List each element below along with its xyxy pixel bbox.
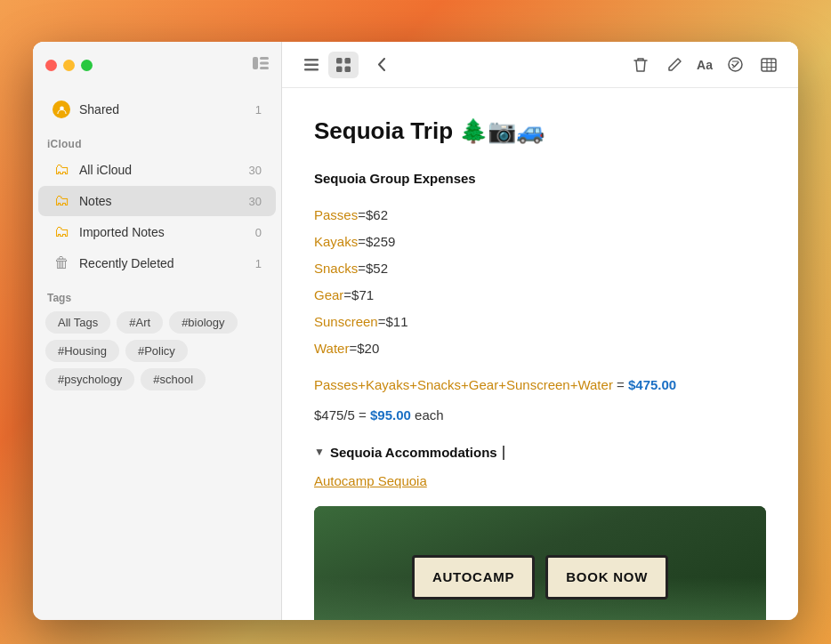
checklist-button[interactable] bbox=[720, 52, 750, 78]
expense-sunscreen: Sunscreen=$11 bbox=[314, 309, 766, 335]
per-person-formula: $475/5 = bbox=[314, 407, 367, 423]
water-link[interactable]: Water bbox=[314, 341, 349, 356]
font-button[interactable]: Aa bbox=[693, 52, 716, 78]
toolbar: Aa bbox=[282, 42, 798, 88]
expense-gear: Gear=$71 bbox=[314, 282, 766, 309]
tags-section: Tags All Tags #Art #biology #Housing #Po… bbox=[33, 279, 281, 401]
traffic-lights bbox=[45, 60, 93, 71]
table-button[interactable] bbox=[754, 52, 784, 78]
svg-rect-6 bbox=[304, 63, 319, 66]
grid-view-button[interactable] bbox=[328, 52, 359, 78]
note-title: Sequoia Trip 🌲📷🚙 bbox=[314, 113, 766, 150]
delete-button[interactable] bbox=[625, 52, 656, 78]
svg-rect-8 bbox=[336, 58, 343, 64]
font-label: Aa bbox=[697, 58, 713, 72]
title-bar bbox=[33, 42, 281, 88]
tag-school[interactable]: #school bbox=[141, 368, 206, 390]
all-icloud-label: All iCloud bbox=[79, 163, 240, 177]
svg-rect-2 bbox=[260, 62, 269, 65]
section2-header: ▼ Sequoia Accommodations bbox=[314, 442, 766, 463]
minimize-button[interactable] bbox=[63, 60, 75, 71]
folder-icon: 🗂 bbox=[52, 161, 70, 179]
sidebar-item-all-icloud[interactable]: 🗂 All iCloud 30 bbox=[38, 155, 276, 185]
svg-rect-0 bbox=[253, 57, 258, 69]
tags-header: Tags bbox=[42, 283, 272, 311]
shared-count: 1 bbox=[255, 103, 262, 117]
total-equals-text: = bbox=[617, 377, 628, 392]
total-formula: Passes+Kayaks+Snacks+Gear+Sunscreen+Wate… bbox=[314, 377, 613, 392]
svg-rect-5 bbox=[304, 59, 319, 61]
tag-art[interactable]: #Art bbox=[117, 311, 163, 334]
total-amount: $475.00 bbox=[628, 377, 676, 392]
svg-rect-16 bbox=[762, 59, 776, 71]
tags-grid: All Tags #Art #biology #Housing #Policy … bbox=[42, 311, 272, 390]
gear-link[interactable]: Gear bbox=[314, 287, 343, 302]
expense-list: Passes=$62 Kayaks=$259 Snacks=$52 Gear=$… bbox=[314, 202, 766, 362]
tag-psychology[interactable]: #psychology bbox=[45, 368, 134, 390]
all-icloud-count: 30 bbox=[249, 164, 262, 177]
svg-rect-11 bbox=[345, 66, 351, 72]
sidebar-item-imported[interactable]: 🗂 Imported Notes 0 bbox=[38, 217, 276, 247]
snacks-link[interactable]: Snacks bbox=[314, 261, 358, 276]
expense-kayaks: Kayaks=$259 bbox=[314, 229, 766, 255]
sunscreen-link[interactable]: Sunscreen bbox=[314, 314, 378, 329]
total-line: Passes+Kayaks+Snacks+Gear+Sunscreen+Wate… bbox=[314, 374, 766, 396]
app-window: Shared 1 iCloud 🗂 All iCloud 30 🗂 Notes … bbox=[33, 42, 798, 620]
list-view-button[interactable] bbox=[296, 52, 327, 78]
svg-rect-7 bbox=[304, 68, 319, 71]
recently-deleted-count: 1 bbox=[255, 257, 262, 270]
imported-count: 0 bbox=[255, 226, 262, 239]
sidebar: Shared 1 iCloud 🗂 All iCloud 30 🗂 Notes … bbox=[33, 42, 282, 620]
expense-water: Water=$20 bbox=[314, 335, 766, 362]
sign-autocamp: AUTOCAMP bbox=[412, 555, 535, 600]
sidebar-item-recently-deleted[interactable]: 🗑 Recently Deleted 1 bbox=[38, 248, 276, 278]
preview-signs: AUTOCAMP BOOK NOW bbox=[412, 555, 668, 600]
imported-label: Imported Notes bbox=[79, 225, 246, 239]
shared-label: Shared bbox=[79, 102, 246, 117]
per-person-amount: $95.00 bbox=[370, 407, 411, 423]
trash-icon: 🗑 bbox=[52, 254, 70, 272]
compose-button[interactable] bbox=[659, 52, 690, 78]
toolbar-right: Aa bbox=[625, 52, 784, 78]
per-person-line: $475/5 = $95.00 each bbox=[314, 405, 766, 426]
expense-snacks: Snacks=$52 bbox=[314, 255, 766, 282]
svg-point-12 bbox=[729, 58, 742, 71]
passes-link[interactable]: Passes bbox=[314, 207, 358, 222]
tag-policy[interactable]: #Policy bbox=[125, 340, 188, 362]
section2-title: Sequoia Accommodations bbox=[330, 442, 497, 463]
text-cursor bbox=[503, 446, 504, 460]
toolbar-left bbox=[296, 52, 359, 78]
note-section1-title: Sequoia Group Expenses bbox=[314, 168, 766, 189]
tag-all-tags[interactable]: All Tags bbox=[45, 311, 110, 334]
close-button[interactable] bbox=[45, 60, 57, 71]
back-button[interactable] bbox=[366, 52, 396, 78]
sidebar-item-shared[interactable]: Shared 1 bbox=[38, 94, 276, 125]
per-person-suffix: each bbox=[415, 407, 444, 423]
tag-housing[interactable]: #Housing bbox=[45, 340, 119, 362]
icloud-section-header: iCloud bbox=[33, 125, 281, 154]
collapse-arrow-icon[interactable]: ▼ bbox=[314, 444, 325, 461]
expense-passes: Passes=$62 bbox=[314, 202, 766, 229]
svg-rect-9 bbox=[345, 58, 351, 64]
shared-icon bbox=[52, 101, 70, 118]
sidebar-toggle-icon[interactable] bbox=[253, 56, 269, 74]
notes-label: Notes bbox=[79, 194, 240, 208]
folder-icon-notes: 🗂 bbox=[52, 192, 70, 210]
accommodation-link[interactable]: Autocamp Sequoia bbox=[314, 471, 766, 492]
sidebar-content: Shared 1 iCloud 🗂 All iCloud 30 🗂 Notes … bbox=[33, 88, 281, 620]
sign-book-now: BOOK NOW bbox=[545, 555, 668, 600]
preview-image: AUTOCAMP BOOK NOW bbox=[314, 506, 766, 620]
sidebar-item-notes[interactable]: 🗂 Notes 30 bbox=[38, 186, 276, 216]
svg-rect-10 bbox=[336, 66, 343, 72]
notes-count: 30 bbox=[249, 195, 262, 208]
kayaks-link[interactable]: Kayaks bbox=[314, 234, 358, 249]
note-area[interactable]: Sequoia Trip 🌲📷🚙 Sequoia Group Expenses … bbox=[282, 88, 798, 620]
svg-rect-1 bbox=[260, 57, 269, 60]
folder-icon-imported: 🗂 bbox=[52, 223, 70, 241]
recently-deleted-label: Recently Deleted bbox=[79, 256, 246, 270]
tag-biology[interactable]: #biology bbox=[169, 311, 237, 334]
svg-rect-3 bbox=[260, 67, 269, 69]
main-content: Aa bbox=[282, 42, 798, 620]
maximize-button[interactable] bbox=[81, 60, 93, 71]
